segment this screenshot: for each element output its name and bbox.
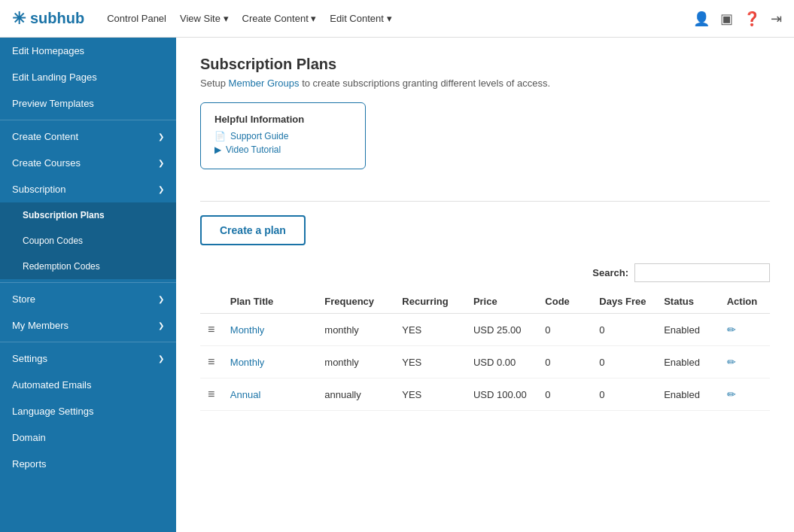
sidebar-item-create-content[interactable]: Create Content ❯ <box>0 123 176 150</box>
action-cell: ✏ <box>719 346 770 378</box>
days-free-cell: 0 <box>592 314 656 346</box>
recurring-cell: YES <box>394 314 466 346</box>
frequency-cell: annually <box>317 378 394 411</box>
frequency-cell: monthly <box>317 346 394 378</box>
col-header-plan-title: Plan Title <box>223 290 318 314</box>
sidebar-item-edit-homepages[interactable]: Edit Homepages <box>0 38 176 64</box>
col-header-recurring: Recurring <box>394 290 466 314</box>
plan-title-cell: Monthly <box>223 346 318 378</box>
drag-handle[interactable]: ≡ <box>200 378 223 411</box>
support-guide-link[interactable]: 📄 Support Guide <box>214 131 351 141</box>
edit-icon[interactable]: ✏ <box>727 356 736 368</box>
member-groups-link[interactable]: Member Groups <box>229 78 300 89</box>
sidebar-item-settings[interactable]: Settings ❯ <box>0 345 176 372</box>
chevron-icon: ❯ <box>158 185 164 193</box>
nav-icons: 👤 ▣ ❓ ⇥ <box>693 11 782 27</box>
days-free-cell: 0 <box>592 346 656 378</box>
plan-title-cell: Monthly <box>223 314 318 346</box>
action-cell: ✏ <box>719 378 770 411</box>
action-cell: ✏ <box>719 314 770 346</box>
sidebar-item-edit-landing-pages[interactable]: Edit Landing Pages <box>0 64 176 90</box>
search-input[interactable] <box>634 263 770 282</box>
search-label: Search: <box>592 267 628 278</box>
section-divider <box>200 201 770 202</box>
sidebar-item-preview-templates[interactable]: Preview Templates <box>0 90 176 117</box>
search-bar: Search: <box>200 263 770 282</box>
page-title: Subscription Plans <box>200 56 770 73</box>
logo-icon: ✳ <box>12 9 26 29</box>
status-cell: Enabled <box>656 314 719 346</box>
nav-edit-content[interactable]: Edit Content ▾ <box>330 13 391 24</box>
table-header-row: Plan Title Frequency Recurring Price Cod… <box>200 290 770 314</box>
col-header-code: Code <box>537 290 592 314</box>
video-tutorial-link[interactable]: ▶ Video Tutorial <box>214 144 351 155</box>
sidebar-item-coupon-codes[interactable]: Coupon Codes <box>0 228 176 254</box>
logout-icon[interactable]: ⇥ <box>771 11 782 27</box>
chevron-icon: ❯ <box>158 132 164 141</box>
col-header-status: Status <box>656 290 719 314</box>
recurring-cell: YES <box>394 378 466 411</box>
sidebar-item-reports[interactable]: Reports <box>0 451 176 477</box>
book-icon[interactable]: ▣ <box>720 11 733 27</box>
sidebar: Edit Homepages Edit Landing Pages Previe… <box>0 38 176 532</box>
sidebar-item-store[interactable]: Store ❯ <box>0 286 176 312</box>
brand-name: subhub <box>30 10 84 27</box>
plan-title-link[interactable]: Monthly <box>230 357 265 368</box>
nav-view-site[interactable]: View Site ▾ <box>180 13 229 24</box>
col-header-frequency: Frequency <box>317 290 394 314</box>
sidebar-item-my-members[interactable]: My Members ❯ <box>0 312 176 339</box>
chevron-icon: ❯ <box>158 321 164 330</box>
sidebar-item-language-settings[interactable]: Language Settings <box>0 398 176 424</box>
nav-control-panel[interactable]: Control Panel <box>107 13 166 24</box>
info-box: Helpful Information 📄 Support Guide ▶ Vi… <box>200 102 366 169</box>
sidebar-item-domain[interactable]: Domain <box>0 424 176 451</box>
sidebar-item-create-courses[interactable]: Create Courses ❯ <box>0 150 176 176</box>
user-icon[interactable]: 👤 <box>693 11 710 27</box>
sidebar-item-subscription-plans[interactable]: Subscription Plans <box>0 202 176 228</box>
code-cell: 0 <box>537 346 592 378</box>
price-cell: USD 100.00 <box>466 378 537 411</box>
col-header-price: Price <box>466 290 537 314</box>
code-cell: 0 <box>537 314 592 346</box>
chevron-icon: ❯ <box>158 159 164 167</box>
status-cell: Enabled <box>656 378 719 411</box>
main-layout: Edit Homepages Edit Landing Pages Previe… <box>0 38 794 532</box>
price-cell: USD 25.00 <box>466 314 537 346</box>
sidebar-item-redemption-codes[interactable]: Redemption Codes <box>0 254 176 279</box>
edit-icon[interactable]: ✏ <box>727 388 736 400</box>
top-navigation: ✳ subhub Control Panel View Site ▾ Creat… <box>0 0 794 38</box>
subscription-plans-table: Plan Title Frequency Recurring Price Cod… <box>200 290 770 411</box>
plan-title-link[interactable]: Monthly <box>230 324 265 336</box>
sidebar-divider-3 <box>0 342 176 342</box>
col-header-drag <box>200 290 223 314</box>
frequency-cell: monthly <box>317 314 394 346</box>
nav-links: Control Panel View Site ▾ Create Content… <box>107 13 678 24</box>
nav-create-content[interactable]: Create Content ▾ <box>242 13 317 24</box>
sidebar-item-automated-emails[interactable]: Automated Emails <box>0 372 176 398</box>
document-icon: 📄 <box>214 131 226 141</box>
plan-title-cell: Annual <box>223 378 318 411</box>
table-row: ≡ Annual annually YES USD 100.00 0 0 Ena… <box>200 378 770 411</box>
page-subtitle: Setup Member Groups to create subscripti… <box>200 78 770 89</box>
table-row: ≡ Monthly monthly YES USD 0.00 0 0 Enabl… <box>200 346 770 378</box>
main-content: Subscription Plans Setup Member Groups t… <box>176 38 794 532</box>
drag-handle[interactable]: ≡ <box>200 314 223 346</box>
help-icon[interactable]: ❓ <box>744 11 760 27</box>
recurring-cell: YES <box>394 346 466 378</box>
chevron-icon: ❯ <box>158 295 164 303</box>
sidebar-divider-1 <box>0 120 176 120</box>
edit-icon[interactable]: ✏ <box>727 324 736 336</box>
col-header-action: Action <box>719 290 770 314</box>
days-free-cell: 0 <box>592 378 656 411</box>
create-plan-button[interactable]: Create a plan <box>200 215 306 245</box>
col-header-days-free: Days Free <box>592 290 656 314</box>
sidebar-divider-2 <box>0 282 176 283</box>
video-icon: ▶ <box>214 144 221 155</box>
code-cell: 0 <box>537 378 592 411</box>
price-cell: USD 0.00 <box>466 346 537 378</box>
drag-handle[interactable]: ≡ <box>200 346 223 378</box>
brand-logo[interactable]: ✳ subhub <box>12 9 84 29</box>
plan-title-link[interactable]: Annual <box>230 389 260 400</box>
status-cell: Enabled <box>656 346 719 378</box>
sidebar-item-subscription[interactable]: Subscription ❯ <box>0 176 176 202</box>
